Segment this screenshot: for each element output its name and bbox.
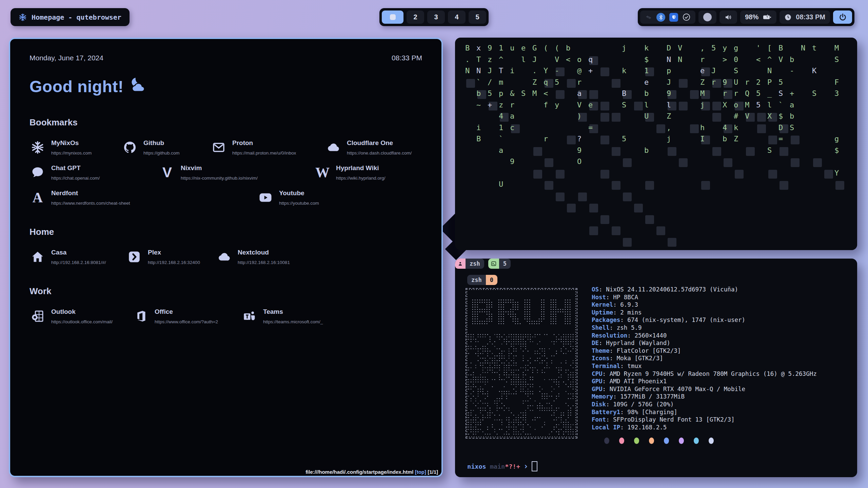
matrix-glyph: b	[644, 146, 649, 155]
matrix-glyph: 4	[499, 112, 503, 120]
tmux-window-pill[interactable]: 5	[488, 259, 511, 269]
matrix-trail-block	[556, 170, 565, 179]
tmux-user-pill[interactable]: zsh	[455, 259, 484, 269]
prompt-arrow: ›	[524, 462, 528, 471]
matrix-glyph: J	[711, 66, 716, 75]
bookmark-item-github[interactable]: Githubhttps://github.com	[122, 139, 211, 156]
bookmark-item-office[interactable]: Officehttps://www.office.com/?auth=2	[133, 308, 241, 324]
fastfetch-line: GPU: NVIDIA GeForce RTX 4070 Max-Q / Mob…	[592, 385, 817, 393]
matrix-glyph: =	[588, 123, 593, 132]
recorder-indicator[interactable]	[698, 11, 716, 24]
matrix-glyph: Y	[834, 169, 839, 177]
bookmark-item-nextcloud[interactable]: Nextcloudhttp://192.168.2.16:10081	[216, 249, 290, 265]
bookmark-item-hyprland-wiki[interactable]: WHyprland Wikihttps://wiki.hyprland.org/	[314, 164, 386, 181]
matrix-glyph: 9	[510, 157, 514, 166]
matrix-glyph: V	[577, 101, 581, 109]
workspace-button-1[interactable]	[382, 11, 403, 24]
check-circle-icon[interactable]	[682, 13, 691, 21]
fastfetch-terminal-window[interactable]: zsh 0 zsh 5 OS: NixOS 24.11.20240612.57d…	[455, 259, 857, 477]
kdeconnect-icon[interactable]	[645, 14, 652, 21]
matrix-glyph: P	[767, 78, 772, 86]
bookmark-url: http://192.168.2.16:32400	[148, 260, 200, 265]
matrix-trail-block	[780, 147, 788, 156]
battery-indicator[interactable]: 98%	[740, 11, 776, 24]
bookmark-item-cloudflare-one[interactable]: Cloudflare Onehttps://one.dash.cloudflar…	[325, 139, 412, 156]
clock-widget[interactable]: 08:33 PM	[780, 11, 830, 24]
tmux-session-pill[interactable]: zsh 0	[467, 275, 497, 285]
matrix-trail-block	[656, 124, 665, 133]
workspace-button-2[interactable]: 2	[407, 11, 424, 24]
matrix-glyph: e	[521, 44, 526, 52]
bluetooth-icon[interactable]	[656, 13, 665, 22]
bookmark-item-mynixos[interactable]: MyNixOshttps://mynixos.com	[29, 139, 122, 156]
matrix-glyph: S	[778, 89, 783, 98]
volume-control[interactable]	[719, 11, 737, 24]
bookmark-item-plex[interactable]: Plexhttp://192.168.2.16:32400	[126, 249, 216, 265]
matrix-trail-block	[612, 113, 620, 122]
bookmark-item-outlook[interactable]: Outlookhttps://outlook.office.com/mail/	[29, 308, 133, 324]
window-title-pill[interactable]: Homepage - qutebrowser	[11, 8, 130, 26]
shell-prompt[interactable]: nixos main *?!+ ›	[467, 461, 537, 471]
matrix-trail-block	[556, 192, 565, 201]
fastfetch-line: Kernel: 6.9.3	[592, 301, 817, 309]
matrix-glyph: D	[667, 44, 671, 52]
bookmark-url: https://www.office.com/?auth=2	[155, 319, 218, 324]
workspace-button-4[interactable]: 4	[448, 11, 466, 24]
fastfetch-info: OS: NixOS 24.11.20240612.57d6973 (Vicuña…	[592, 286, 817, 431]
matrix-trail-block	[701, 181, 710, 190]
bookmark-url: http://192.168.2.16:8081/#/	[51, 260, 106, 265]
matrix-glyph: b	[566, 44, 570, 52]
bookmark-item-chat-gpt[interactable]: Chat GPThttps://chat.openai.com/	[29, 164, 159, 181]
matrix-glyph: r	[577, 78, 581, 86]
section-work: WorkOutlookhttps://outlook.office.com/ma…	[29, 286, 422, 324]
bookmark-item-nerdfont[interactable]: ANerdfonthttps://www.nerdfonts.com/cheat…	[29, 189, 257, 206]
bookmark-item-teams[interactable]: Teamshttps://teams.microsoft.com/_	[241, 308, 323, 324]
matrix-glyph: u	[510, 44, 514, 52]
matrix-glyph: 5	[711, 44, 716, 52]
bookmark-title: Office	[155, 308, 218, 316]
matrix-glyph: V	[778, 55, 783, 64]
matrix-glyph: 5	[555, 78, 559, 86]
house-icon	[29, 249, 46, 265]
matrix-trail-block	[668, 238, 676, 247]
fastfetch-line: Packages: 674 (nix-system), 1747 (nix-us…	[592, 316, 817, 324]
tmux-window-index: 0	[486, 275, 497, 285]
fastfetch-line: Shell: zsh 5.9	[592, 324, 817, 332]
system-tray: 98% 08:33 PM	[638, 8, 854, 26]
workspace-button-3[interactable]: 3	[427, 11, 445, 24]
workspace-button-5[interactable]: 5	[469, 11, 486, 24]
cmatrix-terminal-window[interactable]: B.NxTN`b~iB9zJ/5+1^Tmpz41`aUui&rac9elSGJ…	[455, 38, 857, 250]
active-workspace-dot	[390, 14, 396, 20]
bookmark-item-proton[interactable]: Protonhttps://mail.proton.me/u/0/inbox	[211, 139, 325, 156]
matrix-glyph: i	[510, 66, 514, 75]
wikipedia-w-icon: W	[314, 164, 331, 181]
matrix-glyph: x	[476, 44, 481, 52]
tray-icons-segment[interactable]	[640, 11, 695, 24]
matrix-glyph: $	[778, 112, 783, 120]
bookmark-url: https://wiki.hyprland.org/	[336, 176, 386, 181]
matrix-glyph: V	[555, 55, 559, 64]
matrix-glyph: -	[790, 66, 794, 75]
matrix-glyph: `	[499, 135, 503, 143]
matrix-glyph: ?	[577, 135, 581, 143]
fastfetch-line: Battery1: 98% [Charging]	[592, 408, 817, 416]
bitwarden-icon[interactable]	[669, 13, 678, 22]
matrix-glyph: 3	[834, 89, 839, 98]
matrix-glyph: ^	[499, 55, 503, 64]
matrix-glyph: j	[700, 101, 705, 109]
bookmark-title: Outlook	[51, 308, 113, 316]
matrix-trail-block	[656, 226, 665, 235]
matrix-trail-block	[545, 158, 553, 167]
matrix-trail-block	[533, 147, 542, 156]
bookmark-item-casa[interactable]: Casahttp://192.168.2.16:8081/#/	[29, 249, 126, 265]
qutebrowser-window[interactable]: Monday, June 17, 2024 08:33 PM Good nigh…	[9, 38, 443, 477]
office-icon	[133, 308, 149, 324]
bookmark-item-nixvim[interactable]: VNixvimhttps://nix-community.github.io/n…	[159, 164, 314, 181]
bookmark-item-youtube[interactable]: Youtubehttps://youtube.com	[257, 189, 319, 206]
matrix-glyph: <	[566, 55, 570, 64]
power-button[interactable]	[833, 11, 852, 24]
matrix-glyph: 9	[577, 146, 581, 155]
matrix-glyph: r	[544, 135, 548, 143]
matrix-glyph: r	[723, 89, 727, 98]
matrix-rain: B.NxTN`b~iB9zJ/5+1^Tmpz41`aUui&rac9elSGJ…	[455, 38, 857, 250]
